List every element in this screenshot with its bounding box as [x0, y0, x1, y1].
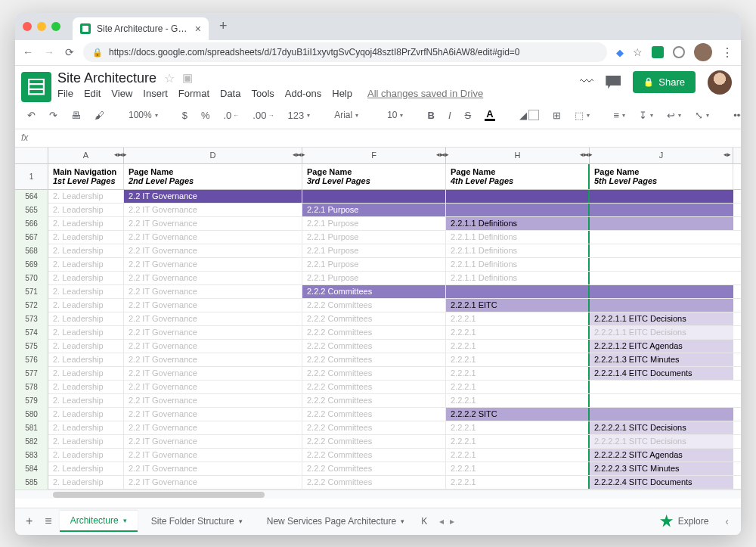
cell[interactable]: 2.2.2.1.1 EITC Decisions — [590, 312, 733, 325]
cell[interactable] — [590, 299, 733, 312]
sheet-tab-architecture[interactable]: Architecture▾ — [60, 511, 138, 532]
cell[interactable]: 2.2 IT Governance — [124, 353, 302, 366]
cell[interactable]: 2.2 IT Governance — [124, 435, 302, 448]
cell[interactable]: 2. Leadership — [48, 204, 124, 216]
cell[interactable]: 2. Leadership — [48, 367, 124, 380]
column-header-H[interactable]: ◂▸H◂▸ — [446, 148, 590, 163]
all-sheets-button[interactable]: ≡ — [40, 511, 56, 531]
menu-edit[interactable]: Edit — [84, 88, 101, 99]
cell[interactable] — [590, 217, 733, 230]
cell[interactable]: 2.2.1 Purpose — [302, 217, 446, 230]
cell[interactable]: 2.2 IT Governance — [124, 462, 302, 475]
row-header[interactable]: 569 — [15, 258, 48, 272]
column-group-toggle[interactable]: ◂▸ — [298, 151, 305, 158]
cell[interactable]: 2. Leadership — [48, 299, 124, 312]
row-header[interactable]: 581 — [15, 421, 48, 435]
chevron-down-icon[interactable]: ▾ — [401, 517, 404, 525]
cell[interactable]: 2.2.1.1 Definitions — [446, 217, 590, 230]
close-tab-icon[interactable]: × — [195, 23, 201, 35]
strikethrough-button[interactable]: S — [460, 107, 476, 124]
font-size-select[interactable]: 10 — [383, 107, 407, 123]
cell[interactable] — [446, 285, 590, 298]
header-cell[interactable]: Page Name2nd Level Pages — [124, 164, 302, 189]
cell[interactable]: 2.2 IT Governance — [124, 285, 302, 298]
cell[interactable]: 2.2.2.2 SITC — [446, 408, 590, 421]
cell[interactable]: 2.2.1.1 Definitions — [446, 231, 590, 244]
cell[interactable]: 2.2.1 Purpose — [302, 244, 446, 257]
cell[interactable]: 2. Leadership — [48, 285, 124, 298]
cell[interactable]: 2.2.2.1.3 EITC Minutes — [590, 353, 733, 366]
forward-button[interactable]: → — [44, 46, 54, 58]
cell[interactable]: 2.2 IT Governance — [124, 421, 302, 434]
wrap-button[interactable]: ↩ — [662, 107, 686, 124]
next-sheet-button[interactable]: ▸ — [450, 516, 454, 527]
move-folder-icon[interactable]: ▣ — [182, 71, 193, 85]
zoom-select[interactable]: 100% — [124, 107, 163, 123]
toolbar-overflow-button[interactable]: ••• — [729, 107, 741, 124]
cell[interactable]: 2.2 IT Governance — [124, 258, 302, 271]
back-button[interactable]: ← — [23, 46, 33, 58]
cell[interactable]: 2.2.1 Purpose — [302, 204, 446, 216]
currency-button[interactable]: $ — [178, 107, 192, 124]
cell[interactable] — [590, 244, 733, 257]
add-sheet-button[interactable]: + — [21, 511, 37, 531]
cell[interactable]: 2.2.2.1 — [446, 421, 590, 434]
text-color-button[interactable]: A — [480, 107, 499, 124]
cell[interactable]: 2. Leadership — [48, 421, 124, 434]
cell[interactable]: 2.2 IT Governance — [124, 190, 302, 203]
cell[interactable]: 2.2.2.1 EITC — [446, 299, 590, 312]
row-header[interactable]: 583 — [15, 449, 48, 462]
star-icon[interactable]: ☆ — [164, 71, 175, 85]
formula-bar[interactable]: fx — [15, 129, 741, 148]
cell[interactable]: 2. Leadership — [48, 244, 124, 257]
cell[interactable]: 2.2.2.1 — [446, 353, 590, 366]
cell[interactable]: 2.2.2 Committees — [302, 449, 446, 462]
cell[interactable]: 2. Leadership — [48, 462, 124, 475]
cell[interactable]: 2.2.2.1 — [446, 394, 590, 407]
row-header[interactable]: 1 — [15, 164, 48, 189]
cell[interactable]: 2.2.2.2.4 SITC Documents — [590, 476, 733, 489]
row-header[interactable]: 564 — [15, 190, 48, 204]
header-cell[interactable]: Page Name3rd Level Pages — [302, 164, 446, 189]
cell[interactable]: 2.2.2.2.2 SITC Agendas — [590, 449, 733, 462]
increase-decimal-button[interactable]: .00→ — [248, 107, 278, 124]
cell[interactable]: 2.2.2.1 — [446, 340, 590, 353]
cell[interactable]: 2.2 IT Governance — [124, 476, 302, 489]
cell[interactable]: 2.2.2 Committees — [302, 285, 446, 298]
cell[interactable] — [590, 231, 733, 244]
menu-format[interactable]: Format — [178, 88, 209, 99]
profile-avatar[interactable] — [694, 43, 712, 61]
cell[interactable]: 2.2.1 Purpose — [302, 258, 446, 271]
cell[interactable]: 2. Leadership — [48, 394, 124, 407]
row-header[interactable]: 582 — [15, 435, 48, 449]
rotate-button[interactable]: ⤡ — [690, 107, 714, 124]
cell[interactable]: 2.2.2.1 — [446, 449, 590, 462]
close-window-button[interactable] — [23, 22, 32, 31]
cell[interactable]: 2.2.1.1 Definitions — [446, 272, 590, 284]
cell[interactable] — [590, 272, 733, 284]
row-header[interactable]: 579 — [15, 394, 48, 408]
cell[interactable]: 2.2.1 Purpose — [302, 272, 446, 284]
h-align-button[interactable]: ≡ — [609, 107, 631, 124]
cell[interactable]: 2. Leadership — [48, 476, 124, 489]
activity-icon[interactable]: 〰 — [580, 74, 593, 90]
cell[interactable]: 2.2.2.2.3 SITC Minutes — [590, 462, 733, 475]
cell[interactable]: 2. Leadership — [48, 408, 124, 421]
column-header-F[interactable]: ◂▸F◂▸ — [302, 148, 446, 163]
menu-help[interactable]: Help — [332, 88, 352, 99]
browser-tab[interactable]: Site Architecture - Google She × — [73, 17, 209, 40]
sheet-tab-new-services[interactable]: New Services Page Architecture▾ — [256, 511, 415, 531]
borders-button[interactable]: ⊞ — [548, 107, 565, 124]
cell[interactable]: 2. Leadership — [48, 340, 124, 353]
italic-button[interactable]: I — [444, 107, 456, 124]
cell[interactable]: 2.2.2.1 — [446, 476, 590, 489]
column-group-toggle[interactable]: ◂▸ — [442, 151, 449, 158]
sheets-logo-icon[interactable] — [21, 72, 51, 102]
cell[interactable]: 2.2 IT Governance — [124, 299, 302, 312]
chevron-down-icon[interactable]: ▾ — [123, 517, 127, 524]
maximize-window-button[interactable] — [51, 22, 60, 31]
cell[interactable] — [590, 190, 733, 203]
cell[interactable]: 2.2.1.1 Definitions — [446, 258, 590, 271]
cell[interactable]: 2. Leadership — [48, 312, 124, 325]
cell[interactable]: 2.2.2 Committees — [302, 299, 446, 312]
